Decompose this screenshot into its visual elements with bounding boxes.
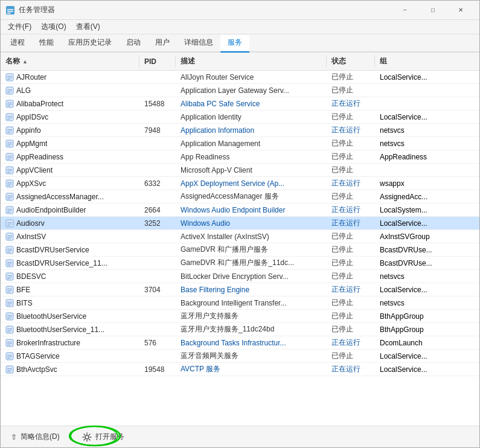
table-row[interactable]: AssignedAccessManager... AssignedAccessM… [1, 190, 479, 203]
service-name: BthAvctpSvc [16, 365, 57, 374]
table-row[interactable]: AlibabaProtect 15488 Alibaba PC Safe Ser… [1, 97, 479, 110]
service-name: AlibabaProtect [16, 100, 63, 108]
tab-details[interactable]: 详细信息 [177, 35, 220, 53]
service-name: AppVClient [16, 166, 53, 174]
tab-users[interactable]: 用户 [148, 35, 177, 53]
table-row[interactable]: BluetoothUserService 蓝牙用户支持服务 已停止 BthApp… [1, 310, 479, 323]
tab-performance[interactable]: 性能 [32, 35, 61, 53]
minimize-button[interactable]: − [391, 1, 419, 20]
table-row[interactable]: BFE 3704 Base Filtering Engine 正在运行 Loca… [1, 283, 479, 296]
table-row[interactable]: BthAvctpSvc 19548 AVCTP 服务 正在运行 LocalSer… [1, 363, 479, 376]
svg-rect-37 [7, 182, 12, 183]
svg-rect-42 [7, 197, 12, 197]
table-row[interactable]: AxInstSV ActiveX Installer (AxInstSV) 已停… [1, 230, 479, 243]
table-row[interactable]: BITS Background Intelligent Transfer... … [1, 296, 479, 310]
svg-rect-90 [7, 356, 12, 357]
table-row[interactable]: AppIDSvc Application Identity 已停止 LocalS… [1, 110, 479, 124]
cell-name: AppReadiness [1, 152, 139, 162]
service-name: BluetoothUserService [16, 312, 86, 321]
cell-status: 已停止 [327, 110, 375, 123]
table-row[interactable]: AppXSvc 6332 AppX Deployment Service (Ap… [1, 177, 479, 190]
menu-view[interactable]: 查看(V) [71, 21, 105, 33]
table-row[interactable]: BTAGService 蓝牙音频网关服务 已停止 LocalService... [1, 350, 479, 363]
cell-status: 正在运行 [327, 177, 375, 190]
task-manager-window: 任务管理器 − □ ✕ 文件(F) 选项(O) 查看(V) 进程 性能 应用历史… [0, 0, 480, 448]
svg-rect-13 [7, 103, 12, 103]
svg-rect-6 [7, 77, 12, 78]
cell-group: LocalService... [375, 218, 479, 229]
svg-rect-1 [7, 9, 13, 10]
cell-name: BluetoothUserService_11... [1, 324, 139, 335]
cell-name: BthAvctpSvc [1, 364, 139, 375]
service-name: Appinfo [16, 126, 41, 135]
svg-point-96 [85, 435, 89, 439]
cell-pid [139, 262, 176, 264]
col-group[interactable]: 组 [375, 55, 479, 68]
table-row[interactable]: ALG Application Layer Gateway Serv... 已停… [1, 84, 479, 97]
svg-rect-19 [7, 119, 10, 120]
cell-desc: Application Identity [176, 112, 327, 123]
svg-rect-39 [7, 185, 10, 186]
svg-rect-32 [6, 167, 13, 174]
tab-services[interactable]: 服务 [220, 35, 249, 53]
chevron-up-icon: ⇧ [11, 433, 17, 441]
service-name: ALG [16, 86, 31, 95]
svg-rect-76 [6, 313, 13, 320]
cell-status: 正在运行 [327, 217, 375, 229]
close-button[interactable]: ✕ [447, 1, 475, 20]
service-name: AssignedAccessManager... [16, 193, 104, 201]
svg-rect-68 [6, 286, 13, 293]
cell-desc: Base Filtering Engine [176, 284, 327, 295]
table-row[interactable]: BDESVC BitLocker Drive Encryption Serv..… [1, 270, 479, 283]
menu-options[interactable]: 选项(O) [36, 21, 71, 33]
table-row[interactable]: Audiosrv 3252 Windows Audio 正在运行 LocalSe… [1, 217, 479, 230]
open-service-button[interactable]: 打开服务 [75, 429, 132, 444]
col-pid[interactable]: PID [139, 56, 176, 67]
table-row[interactable]: AppMgmt Application Management 已停止 netsv… [1, 137, 479, 150]
cell-group: AxInstSVGroup [375, 231, 479, 242]
cell-desc: AllJoyn Router Service [176, 72, 327, 83]
table-row[interactable]: AppReadiness App Readiness 已停止 AppReadin… [1, 150, 479, 164]
cell-desc: App Readiness [176, 152, 327, 162]
table-row[interactable]: Appinfo 7948 Application Information 正在运… [1, 124, 479, 137]
tab-process[interactable]: 进程 [3, 35, 32, 53]
svg-rect-59 [7, 252, 10, 252]
table-row[interactable]: BcastDVRUserService_11... GameDVR 和广播用户服… [1, 257, 479, 270]
service-name: BcastDVRUserService_11... [16, 259, 107, 267]
cell-status: 已停止 [327, 230, 375, 243]
table-row[interactable]: BluetoothUserService_11... 蓝牙用户支持服务_11dc… [1, 323, 479, 336]
svg-rect-31 [7, 159, 10, 159]
collapse-button[interactable]: ⇧ 简略信息(D) [5, 429, 65, 445]
table-row[interactable]: BcastDVRUserService GameDVR 和广播用户服务 已停止 … [1, 243, 479, 257]
cell-pid [139, 116, 176, 118]
cell-pid [139, 302, 176, 304]
table-row[interactable]: AJRouter AllJoyn Router Service 已停止 Loca… [1, 71, 479, 84]
cell-name: BITS [1, 298, 139, 309]
cell-group [375, 89, 479, 92]
col-name[interactable]: 名称 ▲ [1, 55, 139, 68]
table-row[interactable]: AudioEndpointBuilder 2664 Windows Audio … [1, 203, 479, 217]
cell-status: 已停止 [327, 350, 375, 362]
svg-rect-89 [7, 355, 12, 356]
svg-rect-62 [7, 263, 12, 264]
tab-app-history[interactable]: 应用历史记录 [61, 35, 119, 53]
svg-rect-17 [7, 116, 12, 117]
table-row[interactable]: BrokerInfrastructure 576 Background Task… [1, 336, 479, 350]
service-name: BFE [16, 286, 30, 294]
cell-status: 正在运行 [327, 124, 375, 136]
service-icon [5, 325, 14, 334]
cell-group [375, 103, 479, 105]
maximize-button[interactable]: □ [419, 1, 447, 20]
cell-status: 已停止 [327, 257, 375, 269]
tab-bar: 进程 性能 应用历史记录 启动 用户 详细信息 服务 [1, 34, 479, 53]
tab-startup[interactable]: 启动 [119, 35, 148, 53]
table-row[interactable]: AppVClient Microsoft App-V Client 已停止 [1, 164, 479, 177]
col-desc[interactable]: 描述 [176, 55, 327, 68]
service-icon [5, 179, 14, 188]
service-icon [5, 166, 14, 174]
cell-pid [139, 249, 176, 251]
menu-file[interactable]: 文件(F) [3, 21, 36, 33]
collapse-label: 简略信息(D) [21, 432, 60, 442]
cell-group: LocalSystem... [375, 205, 479, 216]
col-status[interactable]: 状态 [327, 55, 375, 68]
